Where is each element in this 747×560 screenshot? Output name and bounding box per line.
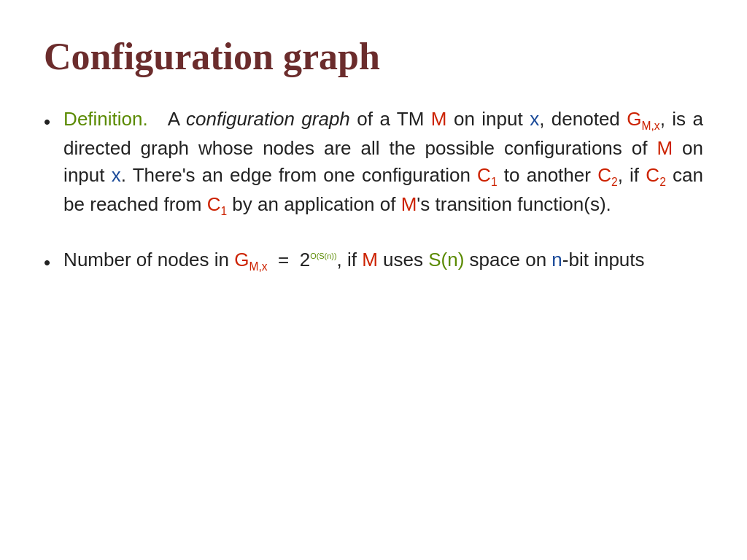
var-G-Mx-2: GM,x xyxy=(234,249,267,271)
var-x-1: x xyxy=(530,108,539,130)
var-M-2: M xyxy=(657,137,673,159)
var-C2-1: C2 xyxy=(597,164,617,186)
bullet-definition-text: Definition. A configuration graph of a T… xyxy=(63,106,703,220)
var-M-1: M xyxy=(431,108,447,130)
exponent-OS: O(S(n)) xyxy=(310,249,336,261)
var-Sn: S(n) xyxy=(428,249,464,271)
bullet-dot-2: • xyxy=(44,249,50,277)
var-M-4: M xyxy=(362,249,378,271)
slide-title: Configuration graph xyxy=(44,35,703,78)
var-C2-2: C2 xyxy=(646,164,665,186)
bullet-dot-1: • xyxy=(44,109,50,136)
bullet-definition: • Definition. A configuration graph of a… xyxy=(44,106,703,220)
var-C1-2: C1 xyxy=(207,193,227,215)
definition-label: Definition. xyxy=(63,108,148,130)
var-C1-1: C1 xyxy=(477,164,497,186)
slide: Configuration graph • Definition. A conf… xyxy=(0,0,747,560)
var-x-2: x xyxy=(112,164,121,186)
content-area: • Definition. A configuration graph of a… xyxy=(44,106,703,277)
var-n: n xyxy=(551,249,562,271)
var-G-Mx: GM,x xyxy=(627,108,659,130)
bullet-number-text: Number of nodes in GM,x = 2O(S(n)), if M… xyxy=(63,246,703,276)
term-configuration-graph: configuration graph xyxy=(186,108,350,130)
bullet-number: • Number of nodes in GM,x = 2O(S(n)), if… xyxy=(44,246,703,277)
var-M-3: M xyxy=(401,193,417,215)
